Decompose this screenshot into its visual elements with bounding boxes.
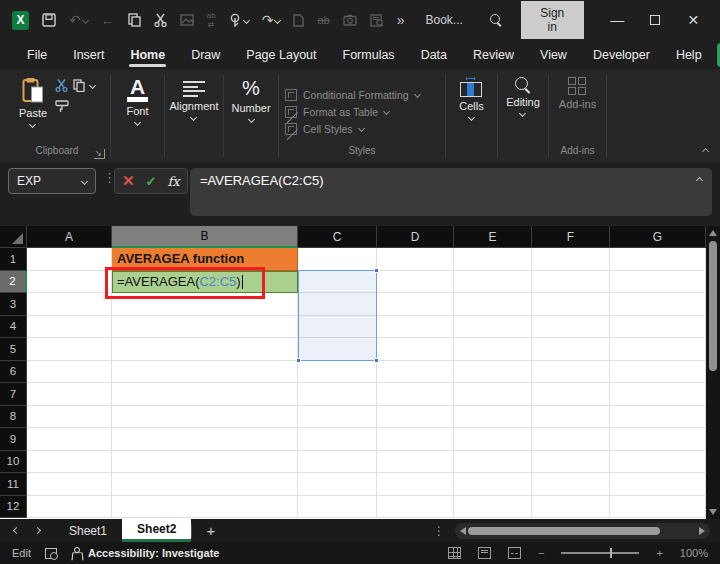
scroll-left-icon[interactable] (460, 527, 466, 535)
horizontal-scrollbar-thumb[interactable] (468, 527, 660, 535)
tab-file[interactable]: File (16, 42, 58, 69)
paste-button[interactable]: Paste (19, 77, 47, 127)
horizontal-scrollbar[interactable] (455, 523, 710, 539)
cell-D7[interactable] (377, 383, 454, 406)
prev-sheet-icon[interactable] (13, 527, 20, 534)
cell-D12[interactable] (377, 496, 454, 519)
cell-C10[interactable] (298, 451, 377, 474)
sheet-options-icon[interactable]: ⋮ (433, 524, 455, 538)
cell-F8[interactable] (532, 406, 610, 429)
cell-D8[interactable] (377, 406, 454, 429)
insert-function-icon[interactable]: fx (167, 174, 179, 189)
search-icon[interactable] (490, 14, 502, 26)
scroll-right-icon[interactable] (699, 527, 705, 535)
font-group[interactable]: A Font (111, 70, 164, 162)
sheet-tab-sheet2[interactable]: Sheet2 (122, 519, 191, 542)
cell-E11[interactable] (454, 473, 532, 496)
save-icon[interactable] (42, 13, 56, 27)
column-header-A[interactable]: A (27, 226, 112, 248)
normal-view-icon[interactable] (448, 547, 461, 559)
cell-F5[interactable] (532, 338, 610, 361)
tab-page-layout[interactable]: Page Layout (235, 42, 327, 69)
cell-C6[interactable] (298, 361, 377, 384)
cell-G10[interactable] (610, 451, 706, 474)
vertical-scrollbar[interactable] (706, 226, 720, 519)
cut-button[interactable] (55, 79, 68, 92)
cell-B10[interactable] (112, 451, 298, 474)
redo-icon[interactable]: ↷ (262, 13, 281, 27)
cell-F6[interactable] (532, 361, 610, 384)
zoom-slider[interactable] (561, 552, 639, 554)
cell-B5[interactable] (112, 338, 298, 361)
more-commands-icon[interactable]: » (397, 13, 405, 27)
tab-insert[interactable]: Insert (62, 42, 115, 69)
cell-G8[interactable] (610, 406, 706, 429)
cells-group[interactable]: Cells (446, 70, 497, 162)
zoom-slider-thumb[interactable] (610, 548, 613, 558)
tab-developer[interactable]: Developer (582, 42, 661, 69)
copy-icon[interactable] (128, 13, 141, 27)
tab-formulas[interactable]: Formulas (332, 42, 406, 69)
formula-input[interactable]: =AVERAGEA(C2:C5) (190, 168, 712, 216)
row-header-6[interactable]: 6 (0, 361, 27, 384)
row-header-5[interactable]: 5 (0, 338, 27, 361)
cell-D4[interactable] (377, 316, 454, 339)
cell-A6[interactable] (27, 361, 112, 384)
cell-B6[interactable] (112, 361, 298, 384)
cell-E5[interactable] (454, 338, 532, 361)
cell-F4[interactable] (532, 316, 610, 339)
column-header-B[interactable]: B (112, 226, 298, 248)
cell-G12[interactable] (610, 496, 706, 519)
cell-E4[interactable] (454, 316, 532, 339)
row-header-7[interactable]: 7 (0, 383, 27, 406)
tab-help[interactable]: Help (665, 42, 713, 69)
cell-E6[interactable] (454, 361, 532, 384)
cell-E7[interactable] (454, 383, 532, 406)
row-header-12[interactable]: 12 (0, 496, 27, 519)
cell-F2[interactable] (532, 271, 610, 294)
vertical-scrollbar-thumb[interactable] (709, 241, 717, 371)
cell-E12[interactable] (454, 496, 532, 519)
cell-D2[interactable] (377, 271, 454, 294)
row-header-3[interactable]: 3 (0, 293, 27, 316)
copy-button[interactable] (73, 79, 85, 92)
maximize-button[interactable] (643, 12, 668, 28)
cell-G1[interactable] (610, 248, 706, 271)
select-all-corner[interactable] (0, 226, 27, 248)
cell-C9[interactable] (298, 428, 377, 451)
page-layout-view-icon[interactable] (478, 547, 491, 559)
tab-data[interactable]: Data (410, 42, 458, 69)
enter-icon[interactable]: ✓ (146, 174, 157, 189)
cell-D3[interactable] (377, 293, 454, 316)
row-header-4[interactable]: 4 (0, 316, 27, 339)
name-box-dropdown-icon[interactable] (81, 177, 88, 184)
row-header-8[interactable]: 8 (0, 406, 27, 429)
row-header-10[interactable]: 10 (0, 451, 27, 474)
row-header-1[interactable]: 1 (0, 248, 27, 271)
cell-G4[interactable] (610, 316, 706, 339)
add-sheet-button[interactable]: + (192, 522, 229, 539)
column-header-C[interactable]: C (298, 226, 377, 248)
zoom-out-icon[interactable]: − (538, 547, 544, 559)
zoom-level[interactable]: 100% (680, 547, 708, 559)
page-break-view-icon[interactable] (508, 547, 521, 559)
cell-D5[interactable] (377, 338, 454, 361)
cell-F7[interactable] (532, 383, 610, 406)
cell-B11[interactable] (112, 473, 298, 496)
cell-B4[interactable] (112, 316, 298, 339)
sheet-tab-sheet1[interactable]: Sheet1 (54, 519, 122, 542)
cell-A1[interactable] (27, 248, 112, 271)
tab-home[interactable]: Home (119, 42, 176, 69)
cell-F10[interactable] (532, 451, 610, 474)
row-header-11[interactable]: 11 (0, 473, 27, 496)
number-group[interactable]: % Number (224, 70, 278, 162)
alignment-group[interactable]: Alignment (165, 70, 223, 162)
row-header-2[interactable]: 2 (0, 271, 27, 294)
cell-D11[interactable] (377, 473, 454, 496)
scroll-down-icon[interactable] (709, 509, 717, 515)
cell-F11[interactable] (532, 473, 610, 496)
selected-range-c2-c5[interactable] (298, 270, 377, 361)
cell-A2[interactable] (27, 271, 112, 294)
cell-E3[interactable] (454, 293, 532, 316)
cell-E10[interactable] (454, 451, 532, 474)
